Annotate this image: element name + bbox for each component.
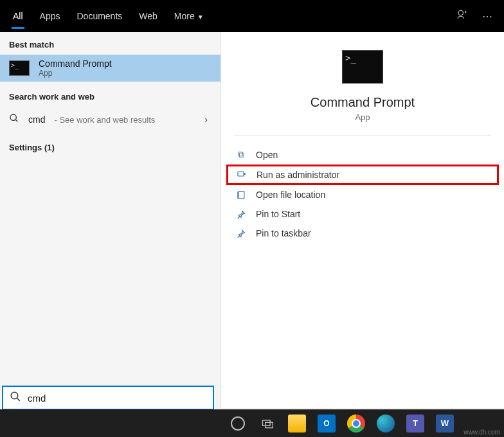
task-view-icon[interactable] [255,411,280,436]
web-search-result[interactable]: cmd - See work and web results › [0,107,221,132]
svg-line-2 [15,120,17,121]
admin-shield-icon [236,170,248,180]
more-options-icon[interactable]: ⋯ [476,10,499,22]
best-match-result[interactable]: Command Prompt App [0,55,221,82]
taskbar-file-explorer[interactable] [284,411,310,436]
settings-header[interactable]: Settings (1) [0,132,221,157]
taskbar-word[interactable]: W [432,411,458,436]
action-pin-to-taskbar[interactable]: Pin to taskbar [226,224,499,243]
action-run-as-administrator[interactable]: Run as administrator [226,165,499,185]
taskbar-chrome[interactable] [343,411,369,436]
search-box[interactable] [2,386,214,410]
preview-title: Command Prompt [310,95,415,110]
search-icon [9,113,19,126]
search-input[interactable] [28,393,206,404]
svg-rect-3 [238,172,244,176]
action-pin-to-start[interactable]: Pin to Start [226,204,499,224]
taskbar-teams[interactable]: T [402,411,428,436]
tab-web[interactable]: Web [131,2,165,30]
tab-all[interactable]: All [5,2,31,30]
tab-more[interactable]: More▼ [166,2,212,30]
result-preview-pane: Command Prompt App ⧉ Open Run as adminis… [221,32,504,408]
feedback-icon[interactable] [450,9,474,23]
action-open-file-location[interactable]: Open file location [226,185,499,204]
pin-icon [235,210,247,219]
web-query: cmd [28,114,45,125]
pin-icon [235,229,247,238]
taskbar-edge[interactable] [373,411,399,436]
watermark: www.dh.com [464,429,500,436]
tab-apps[interactable]: Apps [32,2,68,30]
action-list: ⧉ Open Run as administrator Open file lo… [221,136,504,252]
cortana-icon[interactable] [225,411,251,436]
svg-point-5 [11,392,18,399]
action-open[interactable]: ⧉ Open [226,145,499,165]
command-prompt-icon [342,50,383,84]
svg-rect-7 [263,420,271,425]
open-icon: ⧉ [235,149,247,160]
result-subtitle: App [39,69,112,78]
search-filter-tabs: All Apps Documents Web More▼ ⋯ [0,0,504,32]
svg-line-6 [17,398,20,401]
chevron-right-icon: › [204,114,212,125]
search-work-web-header: Search work and web [0,82,221,107]
svg-rect-4 [239,191,244,198]
tab-documents[interactable]: Documents [69,2,130,30]
results-list: Best match Command Prompt App Search wor… [0,32,221,408]
taskbar: O T W [0,409,504,437]
web-hint: - See work and web results [54,115,155,125]
result-title: Command Prompt [39,58,112,69]
svg-point-1 [10,114,16,120]
chevron-down-icon: ▼ [197,13,204,21]
command-prompt-icon [9,60,30,76]
svg-rect-8 [266,422,273,427]
preview-subtitle: App [355,112,370,122]
folder-icon [235,190,247,200]
best-match-header: Best match [0,32,221,55]
svg-point-0 [458,10,464,15]
taskbar-outlook[interactable]: O [314,411,339,436]
preview-header: Command Prompt App [234,32,491,136]
search-results-panel: All Apps Documents Web More▼ ⋯ Best matc… [0,0,504,408]
search-icon [10,391,21,405]
